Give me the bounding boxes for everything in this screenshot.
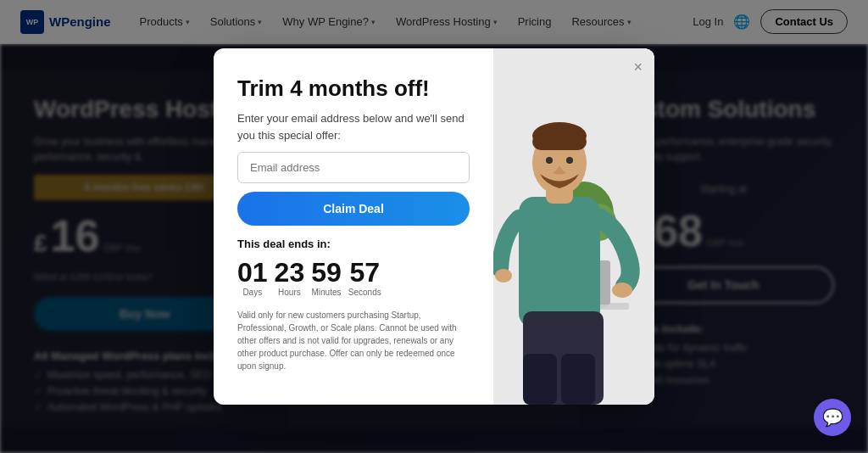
claim-deal-button[interactable]: Claim Deal xyxy=(237,192,470,226)
promo-modal: × Trim 4 months off! Enter your email ad… xyxy=(214,48,654,405)
hours-counter: 23 Hours xyxy=(275,259,305,297)
hours-label: Hours xyxy=(275,288,305,297)
modal-subtitle: Enter your email address below and we'll… xyxy=(237,110,470,143)
svg-rect-20 xyxy=(561,354,595,405)
minutes-counter: 59 Minutes xyxy=(311,259,342,297)
svg-point-17 xyxy=(495,269,512,282)
svg-rect-14 xyxy=(532,133,587,150)
svg-point-16 xyxy=(566,157,573,164)
minutes-number: 59 xyxy=(311,259,342,286)
days-label: Days xyxy=(237,288,268,297)
seconds-number: 57 xyxy=(348,259,381,286)
svg-point-15 xyxy=(546,157,553,164)
minutes-label: Minutes xyxy=(311,288,342,297)
deal-ends-label: This deal ends in: xyxy=(237,238,470,250)
seconds-counter: 57 Seconds xyxy=(348,259,381,297)
modal-title: Trim 4 months off! xyxy=(237,76,470,102)
fine-print: Valid only for new customers purchasing … xyxy=(237,309,470,372)
svg-point-10 xyxy=(612,282,632,298)
seconds-label: Seconds xyxy=(348,288,381,297)
modal-form-section: Trim 4 months off! Enter your email addr… xyxy=(214,48,493,405)
days-number: 01 xyxy=(237,259,268,286)
modal-overlay[interactable]: × Trim 4 months off! Enter your email ad… xyxy=(0,0,868,453)
person-image xyxy=(493,48,654,405)
email-input[interactable] xyxy=(237,152,470,183)
chat-button[interactable]: 💬 xyxy=(814,399,851,436)
modal-close-button[interactable]: × xyxy=(633,59,643,76)
countdown-timer: 01 Days 23 Hours 59 Minutes 57 Seconds xyxy=(237,259,470,297)
modal-image-section xyxy=(493,48,654,405)
svg-rect-9 xyxy=(519,197,600,328)
days-counter: 01 Days xyxy=(237,259,268,297)
hours-number: 23 xyxy=(275,259,305,286)
chat-icon: 💬 xyxy=(822,407,843,428)
svg-rect-19 xyxy=(523,354,557,405)
